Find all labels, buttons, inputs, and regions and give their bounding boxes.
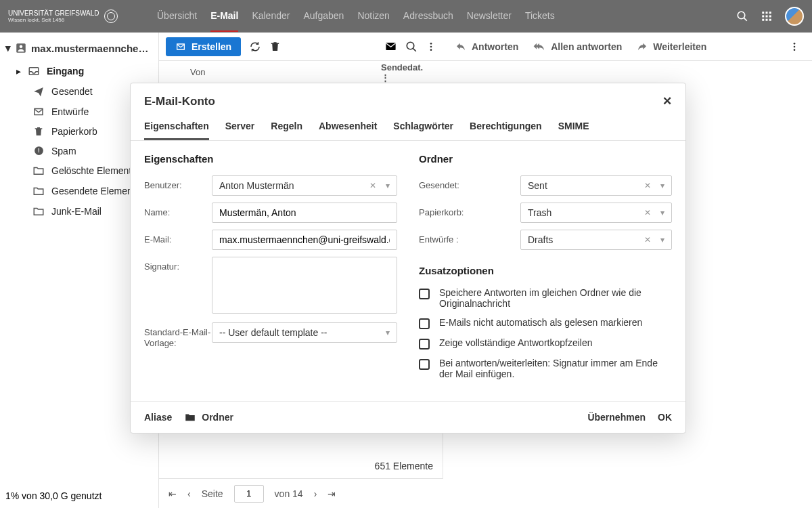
option-row[interactable]: Speichere Antworten im gleichen Ordner w… — [419, 287, 672, 309]
sent-label: Gesendet: — [419, 175, 520, 190]
svg-point-11 — [20, 45, 23, 49]
folder-label: Gesendet — [51, 86, 93, 97]
account-row[interactable]: ▾ max.mustermaennchen@un... — [0, 38, 158, 58]
folder-icon — [32, 205, 45, 217]
reply-button[interactable]: Antworten — [455, 41, 518, 52]
folder-icon — [32, 185, 45, 197]
sent-select[interactable]: Sent✕▾ — [520, 175, 672, 196]
col-date[interactable]: Sendedat. ⋮ — [381, 62, 432, 83]
checkbox[interactable] — [419, 318, 430, 329]
checkbox[interactable] — [419, 339, 430, 350]
delete-icon[interactable] — [269, 41, 281, 52]
dialog-footer: Aliase Ordner Übernehmen OK — [131, 401, 685, 433]
apply-button[interactable]: Übernehmen — [587, 412, 646, 423]
topnav-item[interactable]: Übersicht — [157, 1, 197, 32]
compose-button[interactable]: Erstellen — [166, 37, 241, 56]
dialog-tabs: EigenschaftenServerRegelnAbwesenheitSchl… — [131, 114, 685, 141]
props-heading: Eigenschaften — [144, 153, 397, 165]
name-input[interactable] — [212, 203, 397, 223]
trash-icon — [32, 126, 45, 137]
chevron-right-icon[interactable]: ▸ — [16, 66, 21, 77]
signature-input[interactable] — [212, 257, 397, 314]
folder-label: Entwürfe — [51, 106, 89, 117]
user-select[interactable]: Anton Mustermän✕▾ — [212, 175, 397, 196]
dialog-tab[interactable]: Schlagwörter — [393, 114, 453, 140]
svg-rect-1 — [762, 12, 764, 14]
more-icon[interactable] — [789, 41, 800, 52]
reply-all-button[interactable]: Allen antworten — [533, 41, 622, 52]
sidebar-folder[interactable]: ▸Eingang — [0, 61, 158, 81]
checkbox[interactable] — [419, 289, 430, 299]
trash-label: Papierkorb: — [419, 203, 520, 217]
topnav-item[interactable]: Newsletter — [467, 1, 512, 32]
dialog-tab[interactable]: Berechtigungen — [470, 114, 542, 140]
topnav-item[interactable]: E-Mail — [210, 1, 238, 32]
prev-page-icon[interactable]: ‹ — [187, 488, 191, 499]
topnav-item[interactable]: Aufgaben — [303, 1, 344, 32]
topnav-item[interactable]: Tickets — [525, 1, 555, 32]
topbar-actions — [736, 7, 804, 26]
pager: ⇤ ‹ Seite von 14 › ⇥ — [159, 478, 443, 508]
chevron-down-icon[interactable]: ▾ — [658, 181, 667, 190]
item-count: 651 Elemente — [375, 461, 433, 471]
chevron-down-icon[interactable]: ▾ — [658, 208, 667, 217]
dialog-tab[interactable]: Server — [225, 114, 255, 140]
close-icon[interactable]: ✕ — [662, 94, 672, 108]
chevron-down-icon[interactable]: ▾ — [383, 181, 392, 190]
mail-icon[interactable] — [384, 40, 397, 53]
clear-icon[interactable]: ✕ — [641, 181, 654, 190]
first-page-icon[interactable]: ⇤ — [168, 488, 177, 499]
chevron-down-icon[interactable]: ▾ — [658, 235, 667, 245]
search-icon[interactable] — [405, 41, 418, 53]
apps-icon[interactable] — [761, 10, 773, 22]
spam-icon: ! — [32, 145, 45, 156]
email-account-dialog: E-Mail-Konto ✕ EigenschaftenServerRegeln… — [130, 83, 686, 433]
aliase-button[interactable]: Aliase — [144, 412, 172, 423]
topnav-item[interactable]: Adressbuch — [403, 1, 453, 32]
template-label: Standard-E-Mail-Vorlage: — [144, 322, 212, 348]
template-select[interactable]: -- User default template --▾ — [212, 322, 397, 343]
folders-heading: Ordner — [419, 153, 672, 165]
option-label: Speichere Antworten im gleichen Ordner w… — [439, 287, 672, 309]
checkbox[interactable] — [419, 359, 430, 370]
svg-point-19 — [430, 49, 432, 51]
forward-button[interactable]: Weiterleiten — [637, 41, 706, 52]
svg-rect-5 — [766, 16, 768, 18]
svg-rect-8 — [766, 19, 768, 21]
dialog-tab[interactable]: Regeln — [271, 114, 302, 140]
option-row[interactable]: Bei antworten/weiterleiten: Signatur imm… — [419, 358, 672, 379]
more-icon[interactable] — [426, 41, 436, 52]
clear-icon[interactable]: ✕ — [641, 235, 654, 245]
trash-select[interactable]: Trash✕▾ — [520, 203, 672, 223]
option-label: Zeige vollständige Antwortkopfzeilen — [439, 337, 592, 348]
signature-label: Signatur: — [144, 257, 212, 272]
folder-label: Gesendete Elemente — [51, 186, 141, 196]
option-row[interactable]: Zeige vollständige Antwortkopfzeilen — [419, 337, 672, 350]
email-input[interactable] — [212, 230, 397, 250]
search-icon[interactable] — [736, 10, 748, 22]
dialog-tab[interactable]: SMIME — [558, 114, 589, 140]
avatar[interactable] — [785, 7, 804, 26]
drafts-label: Entwürfe : — [419, 230, 520, 245]
ordner-button[interactable]: Ordner — [202, 412, 233, 423]
ok-button[interactable]: OK — [658, 412, 672, 423]
chevron-down-icon[interactable]: ▾ — [5, 42, 11, 54]
last-page-icon[interactable]: ⇥ — [328, 488, 336, 499]
col-from[interactable]: Von — [190, 67, 381, 77]
topnav-item[interactable]: Notizen — [357, 1, 389, 32]
page-input[interactable] — [234, 485, 264, 503]
dialog-tab[interactable]: Abwesenheit — [319, 114, 377, 140]
next-page-icon[interactable]: › — [314, 488, 317, 499]
clear-icon[interactable]: ✕ — [641, 208, 654, 217]
drafts-select[interactable]: Drafts✕▾ — [520, 230, 672, 250]
extra-heading: Zusatzoptionen — [419, 265, 672, 276]
clear-icon[interactable]: ✕ — [367, 181, 379, 190]
option-row[interactable]: E-Mails nicht automatisch als gelesen ma… — [419, 317, 672, 329]
dialog-tab[interactable]: Eigenschaften — [144, 114, 209, 140]
topnav-item[interactable]: Kalender — [252, 1, 290, 32]
dialog-right-col: Ordner Gesendet: Sent✕▾ Papierkorb: Tras… — [419, 153, 672, 387]
svg-point-0 — [738, 12, 745, 19]
folder-label: Gelöschte Elemente — [51, 165, 137, 176]
chevron-down-icon[interactable]: ▾ — [383, 328, 392, 337]
refresh-icon[interactable] — [249, 41, 261, 53]
